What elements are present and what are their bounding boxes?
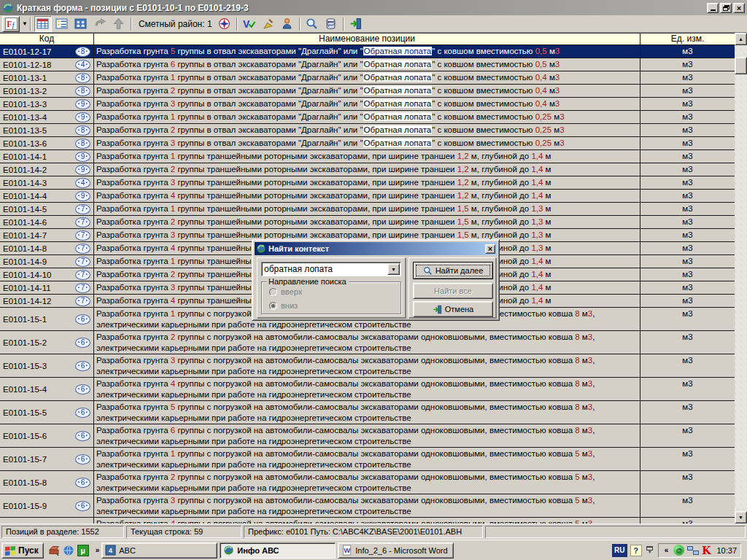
row-code: E0101-14-127 (0, 295, 93, 307)
toolbar-separator (30, 18, 31, 31)
network-tray-icon[interactable] (687, 545, 699, 556)
row-description: Разработка грунта 2 группы траншейными р… (93, 216, 640, 228)
combo-dropdown-button[interactable]: ▼ (387, 263, 400, 275)
district-button[interactable] (216, 16, 233, 32)
table-row[interactable]: E0101-15-26Разработка грунта 2 группы с … (0, 331, 735, 354)
table-row[interactable]: E0101-14-67Разработка грунта 2 группы тр… (0, 216, 735, 229)
search-highlight: Обратная лопата (363, 73, 433, 82)
font-icon: Ff (5, 18, 18, 30)
language-indicator[interactable]: RU (612, 544, 627, 557)
mu-app-icon[interactable]: µ (77, 545, 89, 556)
view-card-button[interactable] (72, 16, 90, 32)
search-text-combobox[interactable]: обратная лопата ▼ (261, 262, 401, 276)
table-row[interactable]: E0101-13-18Разработка грунта 1 группы в … (0, 71, 735, 85)
window-toggle-icon[interactable]: ▼ (645, 545, 655, 556)
taskbar-task-info[interactable]: Инфо АВС (220, 542, 336, 559)
radio-down-icon[interactable] (269, 302, 277, 310)
at-tray-icon[interactable]: @ (673, 545, 684, 556)
group-badge: 7 (75, 283, 90, 293)
cancel-button[interactable]: Отмена (413, 301, 493, 317)
taskbar-task-word[interactable]: WInfo_2_6 - Microsoft Word (338, 542, 454, 559)
row-code: E0101-13-49 (0, 111, 93, 123)
row-code: E0101-14-57 (0, 203, 93, 215)
row-code: E0101-15-86 (0, 471, 93, 494)
help-tray-icon[interactable]: ? (630, 545, 642, 556)
database-button[interactable] (322, 16, 340, 32)
quick-launch-chevron[interactable]: » (96, 546, 100, 554)
exit-icon (349, 18, 362, 30)
table-row[interactable]: E0101-13-68Разработка грунта 3 группы в … (0, 137, 735, 150)
minimize-icon (711, 9, 716, 11)
scroll-up-button[interactable]: ▲ (735, 33, 747, 45)
close-button[interactable]: × (733, 3, 745, 13)
group-badge: 8 (75, 73, 90, 83)
table-row[interactable]: E0101-13-58Разработка грунта 2 группы в … (0, 124, 735, 137)
radio-up-row[interactable]: вверх (269, 287, 302, 296)
screen: { "window": { "title": "Краткая форма - … (0, 0, 747, 560)
radio-up-icon[interactable] (269, 288, 277, 296)
tray-chevron[interactable]: « (665, 546, 669, 554)
database-icon (325, 18, 337, 30)
scroll-down-button[interactable]: ▼ (735, 511, 747, 524)
check-button[interactable]: V (241, 16, 258, 32)
table-row[interactable]: E0101-12-184Разработка грунта 6 группы в… (0, 58, 735, 71)
find-all-button[interactable]: Найти все (413, 283, 493, 299)
table-row[interactable]: E0101-15-86Разработка грунта 2 группы с … (0, 471, 735, 494)
table-row[interactable]: E0101-14-19Разработка грунта 1 группы тр… (0, 150, 735, 163)
exit-icon (433, 305, 442, 314)
find-next-button[interactable]: Найти далее (413, 262, 493, 279)
table-row[interactable]: E0101-14-57Разработка грунта 1 группы тр… (0, 203, 735, 216)
table-row[interactable]: E0101-12-178Разработка грунта 5 группы в… (0, 45, 735, 58)
scrollbar-thumb[interactable] (735, 57, 747, 74)
find-next-label: Найти далее (436, 266, 484, 275)
row-description: Разработка грунта 3 группы траншейными р… (93, 176, 640, 189)
view-list-button[interactable] (53, 16, 71, 32)
row-description: Разработка грунта 4 группы с погрузкой н… (93, 378, 640, 400)
row-description: Разработка грунта 3 группы в отвал экска… (93, 137, 640, 149)
dialog-close-button[interactable]: × (485, 244, 495, 254)
group-badge: 4 (75, 178, 90, 188)
table-row[interactable]: E0101-14-49Разработка грунта 4 группы тр… (0, 190, 735, 203)
row-code: E0101-14-67 (0, 216, 93, 228)
tray-clock[interactable]: 10:37 (716, 546, 737, 555)
table-row[interactable]: E0101-14-34Разработка грунта 3 группы тр… (0, 176, 735, 190)
row-code: E0101-14-19 (0, 150, 93, 163)
kaspersky-tray-icon[interactable]: K (702, 545, 711, 556)
row-unit: м3 (640, 150, 735, 163)
table-row[interactable]: E0101-15-76Разработка грунта 1 группы с … (0, 448, 735, 471)
undo-button[interactable] (91, 16, 109, 32)
table-row[interactable]: E0101-15-56Разработка грунта 5 группы с … (0, 401, 735, 424)
group-badge: 9 (75, 112, 90, 122)
table-row[interactable]: E0101-14-29Разработка грунта 2 группы тр… (0, 163, 735, 176)
task-label: Info_2_6 - Microsoft Word (355, 546, 447, 555)
clear-button[interactable] (260, 16, 277, 32)
vertical-scrollbar[interactable]: ▲ ▼ (735, 33, 747, 524)
table-row[interactable]: E0101-13-39Разработка грунта 3 группы в … (0, 98, 735, 111)
minimize-button[interactable] (707, 3, 719, 13)
show-desktop-icon[interactable] (48, 545, 60, 556)
group-badge: 9 (75, 191, 90, 201)
up-level-button[interactable] (110, 16, 128, 32)
row-unit: м3 (640, 448, 735, 470)
dialog-app-icon (256, 244, 266, 254)
start-button[interactable]: Пуск (1, 542, 44, 559)
internet-icon[interactable] (63, 545, 74, 556)
table-row[interactable]: E0101-15-46Разработка грунта 4 группы с … (0, 378, 735, 401)
user-button[interactable] (279, 16, 296, 32)
radio-down-row[interactable]: вниз (269, 301, 298, 310)
font-style-button[interactable]: Ff (2, 16, 20, 32)
table-row[interactable]: E0101-15-106Разработка грунта 4 группы с… (0, 518, 735, 524)
restore-button[interactable] (720, 3, 732, 13)
search-button[interactable] (303, 16, 321, 32)
taskbar-task-abc[interactable]: 4ABC (101, 542, 217, 559)
exit-button[interactable] (347, 16, 365, 32)
table-row[interactable]: E0101-15-66Разработка грунта 6 группы с … (0, 424, 735, 448)
table-row[interactable]: E0101-15-36Разработка грунта 3 группы с … (0, 354, 735, 378)
font-dropdown-arrow[interactable]: ▼ (22, 20, 28, 27)
search-text-value[interactable]: обратная лопата (262, 264, 387, 274)
table-row[interactable]: E0101-13-28Разработка грунта 2 группы в … (0, 85, 735, 98)
table-row[interactable]: E0101-13-49Разработка грунта 1 группы в … (0, 111, 735, 124)
view-table-button[interactable] (34, 16, 52, 32)
table-row[interactable]: E0101-15-96Разработка грунта 3 группы с … (0, 494, 735, 518)
row-unit: м3 (640, 378, 735, 400)
